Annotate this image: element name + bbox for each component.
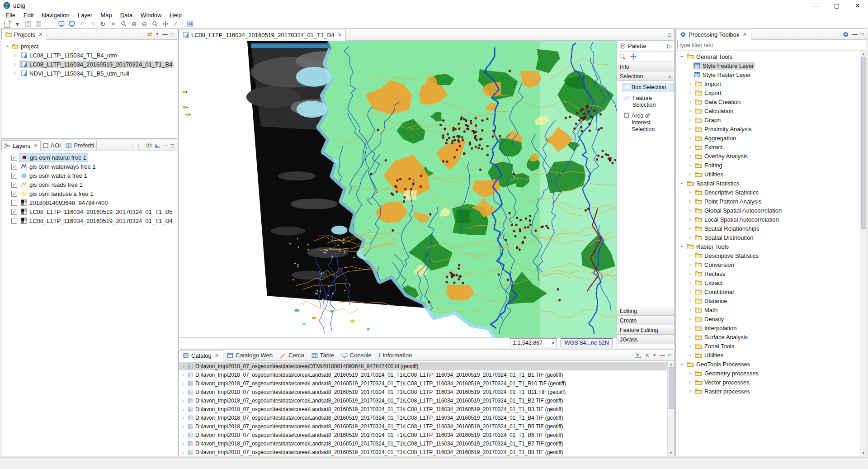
move-layer-down-icon[interactable]: ↓	[137, 142, 140, 149]
toolbox-chevron-icon[interactable]: ›	[688, 289, 693, 295]
toolbox-chevron-icon[interactable]: ›	[688, 316, 693, 322]
toolbox-item-row[interactable]: ›Point Pattern Analysis	[676, 197, 867, 206]
layers-minimize-icon[interactable]: —	[163, 142, 168, 149]
toolbox-category-row[interactable]: ›General Tools	[676, 52, 867, 61]
toolbox-item-row[interactable]: ›Interpolation	[676, 323, 867, 332]
crs-button[interactable]: WGS 84...ne 52N	[561, 338, 613, 347]
catalog-row-chevron-icon[interactable]: ›	[181, 450, 185, 455]
toolbox-item-row[interactable]: ›Proximity Analysis	[676, 124, 867, 133]
toolbox-item-row[interactable]: ›Local Spatial Autocorrelation	[676, 215, 867, 224]
project-root-chevron-icon[interactable]: ›	[5, 44, 11, 49]
toolbox-chevron-icon[interactable]: ›	[679, 362, 685, 367]
layer-visibility-checkbox[interactable]: ✓	[11, 191, 17, 197]
catalog-row-chevron-icon[interactable]: ›	[181, 372, 185, 378]
toolbox-chevron-icon[interactable]: ›	[688, 252, 693, 259]
toolbox-chevron-icon[interactable]: ›	[688, 126, 693, 132]
project-item-row[interactable]: ›LC08_L1TP_116034_20160519_20170324_01_T…	[1, 60, 177, 69]
toolbox-item-row[interactable]: Style Raster Layer	[676, 70, 867, 79]
toolbox-item-row[interactable]: ›Raster processes	[676, 387, 867, 396]
toolbox-category-row[interactable]: ›GeoTools Processes	[676, 360, 867, 369]
catalog-minimize-icon[interactable]: —	[660, 352, 665, 359]
layer-row[interactable]: ✓gis osm roads free 1	[1, 180, 177, 189]
refresh-button[interactable]: ↻	[98, 19, 108, 28]
toolbox-item-row[interactable]: ›Utilities	[676, 351, 867, 360]
menu-data[interactable]: Data	[116, 12, 137, 19]
toolbox-chevron-icon[interactable]: ›	[688, 162, 693, 168]
project-item-chevron-icon[interactable]: ›	[12, 61, 17, 67]
toolbox-scrollbar[interactable]: ▲▼	[860, 51, 867, 456]
catalog-row[interactable]: ›D:\lavori_tmp\2018_07_osgeoun\testdata\…	[179, 362, 674, 370]
catalog-row[interactable]: ›D:\lavori_tmp\2018_07_osgeoun\testdata\…	[179, 413, 674, 422]
toolbox-item-row[interactable]: ›Math	[676, 305, 867, 314]
new-dropdown-button[interactable]: ▾	[12, 19, 23, 28]
toolbox-chevron-icon[interactable]: ›	[688, 388, 693, 394]
palette-zoom-icon[interactable]	[620, 54, 626, 59]
toolbox-filter-input[interactable]	[677, 41, 865, 49]
layer-visibility-checkbox[interactable]: ✓	[11, 182, 17, 188]
toolbox-chevron-icon[interactable]: ›	[688, 144, 693, 150]
layer-row[interactable]: ✓gis osm waterways free 1	[1, 162, 177, 171]
zoom-selection-button[interactable]	[150, 19, 160, 28]
redo-button[interactable]: ↷	[87, 19, 98, 28]
toolbox-item-row[interactable]: ›Overlay Analysis	[676, 152, 867, 161]
tab-aoi[interactable]: AOI	[41, 140, 63, 151]
palette-bar-info[interactable]: Info	[617, 62, 674, 71]
menu-map[interactable]: Map	[96, 12, 116, 19]
palette-pin-icon[interactable]: «	[668, 73, 671, 80]
layers-maximize-icon[interactable]: □	[171, 142, 174, 149]
toolbox-chevron-icon[interactable]: ›	[688, 225, 693, 232]
tab-information[interactable]: iInformation	[375, 350, 416, 360]
catalog-maximize-icon[interactable]: □	[668, 352, 671, 359]
projects-minimize-icon[interactable]: —	[162, 31, 168, 38]
editor-maximize-icon[interactable]: □	[668, 32, 671, 38]
catalog-row[interactable]: ›D:\lavori_tmp\2018_07_osgeoun\testdata\…	[179, 370, 674, 379]
map-canvas[interactable]	[179, 41, 617, 337]
catalog-row[interactable]: ›D:\lavori_tmp\2018_07_osgeoun\testdata\…	[179, 431, 674, 439]
toolbox-chevron-icon[interactable]: ›	[688, 325, 693, 331]
menu-file[interactable]: File	[2, 12, 19, 19]
toolbox-item-row[interactable]: ›Export	[676, 88, 867, 97]
toolbox-chevron-icon[interactable]: ›	[688, 198, 693, 204]
toolbox-item-row[interactable]: ›Spatial Distribution	[676, 233, 867, 242]
scale-combo[interactable]: 1:1,542,867 ▾	[510, 338, 557, 347]
menu-layer[interactable]: Layer	[74, 12, 97, 19]
catalog-row-chevron-icon[interactable]: ›	[181, 424, 185, 429]
toolbox-item-row[interactable]: ›Vector processes	[676, 378, 867, 387]
catalog-import-icon[interactable]	[635, 352, 642, 359]
project-root-row[interactable]: ›project	[1, 42, 177, 51]
toolbox-chevron-icon[interactable]: ›	[688, 99, 693, 105]
catalog-row-chevron-icon[interactable]: ›	[181, 389, 185, 395]
project-item-row[interactable]: ›LC08_L1TP_115034_T1_B4_utm	[1, 51, 177, 60]
map-editor-close-icon[interactable]: ✕	[337, 32, 342, 38]
layer-style-triangle-icon[interactable]	[155, 143, 160, 148]
toolbox-item-row[interactable]: ›Aggregation	[676, 133, 867, 142]
zoom-in-button[interactable]: ⊕	[129, 19, 139, 28]
toolbox-chevron-icon[interactable]: ›	[679, 54, 685, 59]
catalog-remove-icon[interactable]: ✕	[645, 352, 650, 359]
palette-pan-icon[interactable]	[630, 53, 637, 60]
toolbox-chevron-icon[interactable]: ›	[688, 189, 693, 195]
catalog-row[interactable]: ›D:\lavori_tmp\2018_07_osgeoun\testdata\…	[179, 448, 674, 456]
tab-map-editor[interactable]: LC08_L1TP_116034_20160519_20170324_01_T1…	[179, 29, 346, 41]
pan-button[interactable]	[160, 19, 170, 28]
projects-view-menu-icon[interactable]: ▼	[156, 32, 159, 36]
project-item-row[interactable]: ›NDVI_L1TP_115034_T1_B5_utm_null	[1, 69, 177, 78]
toolbox-item-row[interactable]: ›Reclass	[676, 269, 867, 278]
menu-edit[interactable]: Edit	[19, 12, 38, 19]
layer-style-palette-icon[interactable]	[146, 142, 152, 149]
toolbox-chevron-icon[interactable]: ›	[688, 135, 693, 141]
catalog-row-chevron-icon[interactable]: ›	[181, 441, 185, 446]
toolbox-item-row[interactable]: ›Calculation	[676, 106, 867, 115]
toolbox-item-row[interactable]: ›Data Creation	[676, 97, 867, 106]
palette-tool-area-of-interest-selection[interactable]: Area of Interest Selection	[623, 112, 673, 134]
toolbox-chevron-icon[interactable]: ›	[679, 181, 685, 186]
zoom-out-button[interactable]: ⊖	[139, 19, 150, 28]
project-item-chevron-icon[interactable]: ›	[12, 52, 17, 58]
layer-visibility-checkbox[interactable]	[11, 200, 17, 206]
menu-window[interactable]: Window	[137, 12, 165, 19]
tab-console[interactable]: Console	[338, 350, 375, 360]
toolbox-chevron-icon[interactable]: ›	[688, 270, 693, 277]
toolbox-item-row[interactable]: ›Geometry processes	[676, 369, 867, 378]
toolbox-item-row[interactable]: ›Global Spatial Autocorrelation	[676, 206, 867, 215]
measure-button[interactable]: ∕	[170, 19, 181, 28]
